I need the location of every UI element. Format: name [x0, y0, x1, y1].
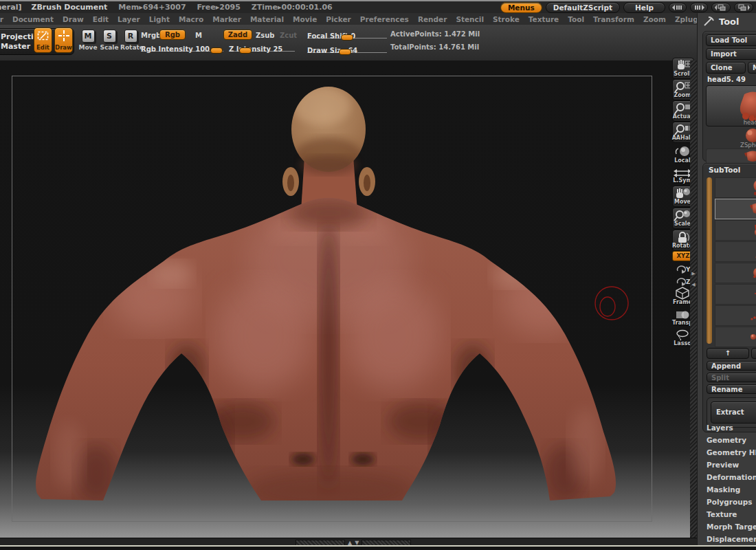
sculpt-back[interactable] [36, 198, 616, 511]
subtool-foot-icon [748, 265, 756, 281]
menu-item-color-clipped[interactable]: Color [0, 15, 3, 23]
zadd-toggle[interactable]: Zadd [223, 30, 252, 40]
extract-button[interactable]: Extract [711, 402, 756, 424]
clone-button[interactable]: Clone [706, 62, 746, 74]
section-texture[interactable]: Texture [707, 510, 737, 518]
load-tool-button[interactable]: Load Tool [706, 34, 756, 46]
rename-button[interactable]: Rename [707, 384, 756, 394]
splitter-close-arrow[interactable]: ◀ [690, 282, 697, 287]
shelf-expand-right-button[interactable] [690, 3, 708, 12]
shelf-collapse-left-button[interactable] [669, 3, 687, 12]
split-button[interactable]: Split [707, 373, 756, 382]
section-preview[interactable]: Preview [707, 461, 739, 469]
z-intensity-label: Z Intensity 25 [229, 45, 282, 53]
scale-label: Scale [99, 44, 120, 51]
scale-button[interactable]: S Scale [99, 30, 120, 51]
import-button[interactable]: Import [706, 48, 756, 60]
splitter-open-arrow[interactable]: ▶ [690, 271, 697, 276]
sculpt-head[interactable] [282, 87, 375, 216]
tool-palette-title: Tool [719, 16, 739, 27]
tool-palette-header[interactable]: Tool [703, 16, 739, 27]
menu-item-picker[interactable]: Picker [326, 15, 351, 23]
draw-size-handle[interactable] [339, 49, 351, 55]
m-toggle[interactable]: M [195, 32, 202, 39]
z-intensity-handle[interactable] [239, 47, 252, 54]
sculpt-viewport[interactable] [0, 60, 696, 538]
menu-item-edit[interactable]: Edit [93, 15, 109, 23]
subtool-scrollbar[interactable] [707, 177, 712, 344]
active-tool-thumbnail[interactable]: head5 [706, 85, 756, 126]
menu-item-transform[interactable]: Transform [593, 15, 634, 23]
subtool-item-foot[interactable] [715, 263, 756, 283]
subtool-up-button[interactable]: ↑ [707, 348, 749, 359]
draw-button[interactable]: Draw [54, 28, 73, 53]
move-button[interactable]: M Move [78, 30, 98, 51]
subtool-item-head[interactable] [715, 177, 756, 198]
menu-item-movie[interactable]: Movie [293, 15, 317, 23]
default-zscript-button[interactable]: DefaultZScript [546, 2, 620, 13]
menu-item-preferences[interactable]: Preferences [360, 15, 409, 23]
section-polygroups[interactable]: Polygroups [707, 498, 753, 506]
menu-item-draw[interactable]: Draw [63, 15, 84, 23]
subtool-panel: SubTool [702, 163, 756, 432]
section-displacement[interactable]: Displacement [707, 535, 756, 543]
subtool-item-torso-selected[interactable] [715, 199, 756, 219]
menus-button[interactable]: Menus [500, 2, 542, 13]
subtool-item-arm[interactable] [715, 241, 756, 262]
edit-button[interactable]: Edit [34, 28, 52, 53]
rgb-intensity-slider[interactable]: Rgb Intensity 100 [141, 41, 223, 52]
menu-item-stroke[interactable]: Stroke [493, 15, 520, 23]
divider-up-arrow[interactable]: ▲ [348, 540, 352, 545]
subtool-item-hand[interactable] [715, 220, 756, 241]
document-canvas[interactable] [0, 60, 696, 538]
subtool-item-lashes[interactable] [715, 284, 756, 305]
focal-shift-slider[interactable]: Focal Shift 0 [307, 28, 387, 38]
menu-item-stencil[interactable]: Stencil [456, 15, 484, 23]
menu-item-document[interactable]: Document [12, 15, 54, 23]
menu-item-marker[interactable]: Marker [212, 15, 241, 23]
section-geometry[interactable]: Geometry [707, 436, 746, 444]
focal-shift-handle[interactable] [341, 34, 353, 41]
z-intensity-slider[interactable]: Z Intensity 25 [229, 41, 295, 52]
subtool-item-teeth[interactable] [715, 305, 756, 326]
menu-item-tool[interactable]: Tool [568, 15, 584, 23]
mrgb-toggle[interactable]: Mrgb [141, 32, 161, 39]
zsub-toggle[interactable]: Zsub [256, 32, 274, 39]
subtool-down-button[interactable]: ↓ [751, 348, 756, 359]
section-layers[interactable]: Layers [707, 424, 733, 432]
section-morph-target[interactable]: Morph Target [707, 522, 756, 531]
title-bar: [General] ZBrush Document Mem▸694+3007 F… [0, 1, 756, 13]
menu-item-render[interactable]: Render [418, 15, 447, 23]
zcut-toggle[interactable]: Zcut [280, 32, 297, 39]
rotate-button[interactable]: R Rotate [120, 30, 141, 51]
draw-size-slider[interactable]: Draw Size 64 [307, 43, 387, 53]
make-polymesh-button[interactable]: Make PolyMesh3D [748, 62, 756, 74]
tray-collapse-left-button[interactable] [711, 3, 731, 12]
section-masking[interactable]: Masking [707, 485, 740, 494]
zsphere-thumbnail[interactable]: ZSphere [706, 128, 756, 148]
rgb-toggle[interactable]: Rgb [159, 30, 186, 40]
section-geometry-hd[interactable]: Geometry HD [707, 448, 756, 456]
help-button[interactable]: Help [623, 2, 665, 13]
menu-item-layer[interactable]: Layer [118, 15, 140, 23]
move-label: Move [78, 44, 98, 51]
menu-item-material[interactable]: Material [250, 15, 284, 23]
divider-down-arrow[interactable]: ▼ [355, 540, 359, 545]
section-deformation[interactable]: Deformation [707, 473, 756, 481]
tray-splitter-vertical[interactable]: ▶ ◀ [690, 60, 697, 538]
pickaxe-icon [703, 16, 714, 27]
tray-expand-right-button[interactable] [734, 3, 753, 12]
append-button[interactable]: Append [707, 361, 756, 371]
menu-item-light[interactable]: Light [149, 15, 170, 23]
menu-item-zplugin[interactable]: Zplugin [675, 15, 697, 23]
menu-item-zoom[interactable]: Zoom [643, 15, 666, 23]
menu-item-macro[interactable]: Macro [179, 15, 203, 23]
subtool-item-eyes[interactable] [715, 327, 756, 347]
menu-bar: Color Document Draw Edit Layer Light Mac… [0, 13, 697, 25]
menu-item-texture[interactable]: Texture [529, 15, 559, 23]
right-tray: Tool Load Tool Import Clone Make PolyMes… [697, 13, 756, 547]
panels-right-icon [737, 4, 750, 11]
rgb-intensity-handle[interactable] [210, 47, 223, 54]
subtool-header[interactable]: SubTool [703, 164, 756, 175]
move-key-icon: M [82, 30, 95, 43]
